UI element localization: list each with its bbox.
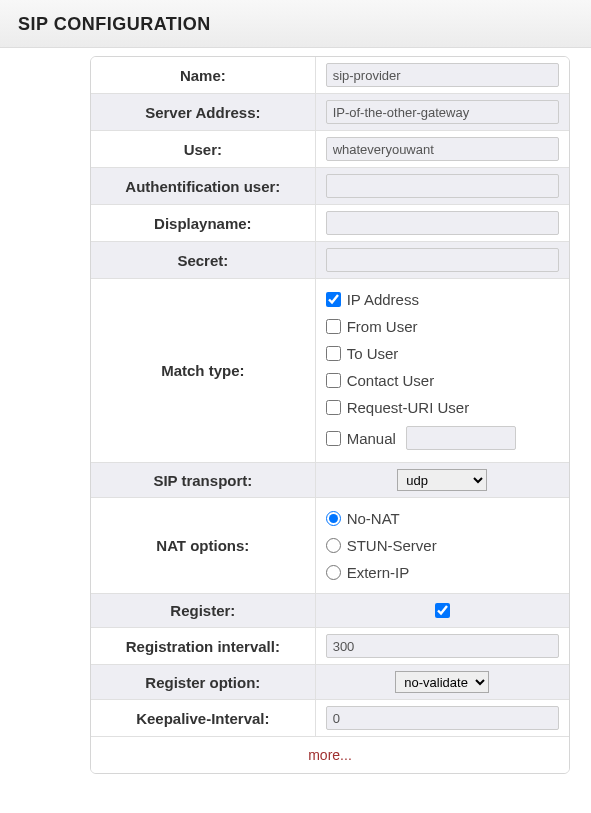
matchtype-requri[interactable]: Request-URI User (326, 399, 559, 416)
matchtype-manual[interactable]: Manual (326, 426, 559, 450)
label-matchtype: Match type: (91, 279, 316, 462)
row-register: Register: (91, 594, 569, 628)
page-header: SIP CONFIGURATION (0, 0, 591, 48)
nat-stun[interactable]: STUN-Server (326, 537, 559, 554)
row-reginterval: Registration intervall: (91, 628, 569, 665)
authuser-input[interactable] (326, 174, 559, 198)
sip-config-panel: Name: Server Address: User: Authentifica… (90, 56, 570, 774)
row-authuser: Authentification user: (91, 168, 569, 205)
row-name: Name: (91, 57, 569, 94)
user-input[interactable] (326, 137, 559, 161)
label-regoption: Register option: (91, 665, 316, 699)
row-nat: NAT options: No-NAT STUN-Server Extern-I… (91, 498, 569, 594)
matchtype-ip[interactable]: IP Address (326, 291, 559, 308)
nat-extern-radio[interactable] (326, 565, 341, 580)
label-name: Name: (91, 57, 316, 93)
secret-input[interactable] (326, 248, 559, 272)
label-nat: NAT options: (91, 498, 316, 593)
row-siptransport: SIP transport: udp (91, 463, 569, 498)
label-secret: Secret: (91, 242, 316, 278)
row-server: Server Address: (91, 94, 569, 131)
regoption-select[interactable]: no-validate (395, 671, 489, 693)
row-keepalive: Keepalive-Interval: (91, 700, 569, 737)
matchtype-contactuser[interactable]: Contact User (326, 372, 559, 389)
nat-nonat[interactable]: No-NAT (326, 510, 559, 527)
nat-stun-radio[interactable] (326, 538, 341, 553)
nat-list: No-NAT STUN-Server Extern-IP (326, 504, 559, 587)
row-matchtype: Match type: IP Address From User To User (91, 279, 569, 463)
matchtype-contactuser-checkbox[interactable] (326, 373, 341, 388)
label-displayname: Displayname: (91, 205, 316, 241)
matchtype-ip-checkbox[interactable] (326, 292, 341, 307)
label-user: User: (91, 131, 316, 167)
matchtype-manual-input[interactable] (406, 426, 516, 450)
matchtype-fromuser-checkbox[interactable] (326, 319, 341, 334)
label-authuser: Authentification user: (91, 168, 316, 204)
row-displayname: Displayname: (91, 205, 569, 242)
label-register: Register: (91, 594, 316, 627)
register-checkbox[interactable] (435, 603, 450, 618)
matchtype-requri-checkbox[interactable] (326, 400, 341, 415)
matchtype-fromuser[interactable]: From User (326, 318, 559, 335)
nat-nonat-radio[interactable] (326, 511, 341, 526)
reginterval-input[interactable] (326, 634, 559, 658)
label-server: Server Address: (91, 94, 316, 130)
server-input[interactable] (326, 100, 559, 124)
label-keepalive: Keepalive-Interval: (91, 700, 316, 736)
matchtype-touser-checkbox[interactable] (326, 346, 341, 361)
nat-extern[interactable]: Extern-IP (326, 564, 559, 581)
keepalive-input[interactable] (326, 706, 559, 730)
row-regoption: Register option: no-validate (91, 665, 569, 700)
more-row: more... (91, 737, 569, 773)
more-link[interactable]: more... (308, 747, 352, 763)
row-secret: Secret: (91, 242, 569, 279)
name-input[interactable] (326, 63, 559, 87)
row-user: User: (91, 131, 569, 168)
label-reginterval: Registration intervall: (91, 628, 316, 664)
page-title: SIP CONFIGURATION (18, 14, 573, 35)
label-siptransport: SIP transport: (91, 463, 316, 497)
matchtype-manual-checkbox[interactable] (326, 431, 341, 446)
siptransport-select[interactable]: udp (397, 469, 487, 491)
displayname-input[interactable] (326, 211, 559, 235)
matchtype-list: IP Address From User To User Contact Use… (326, 285, 559, 456)
matchtype-touser[interactable]: To User (326, 345, 559, 362)
